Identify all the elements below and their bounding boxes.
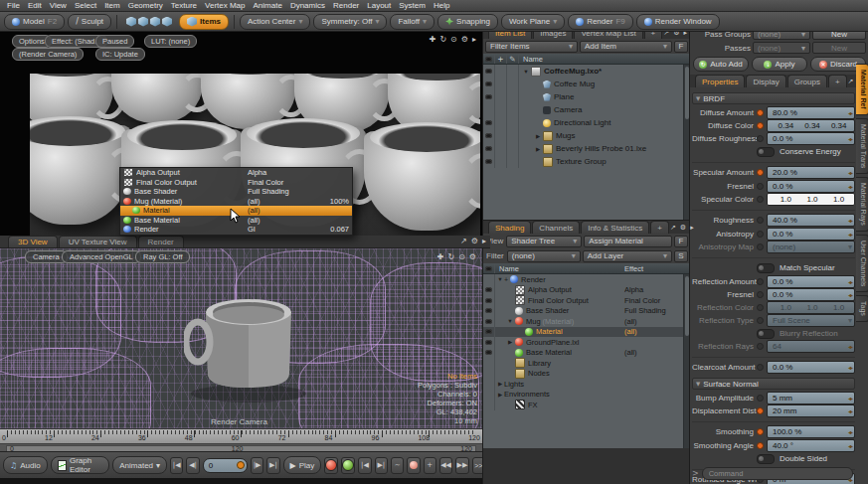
shader-row[interactable]: ▶Lights [483, 379, 690, 390]
visibility-cell[interactable] [483, 65, 495, 78]
section-brdf[interactable]: ▼BRDF [692, 92, 855, 104]
menu-item-geometry[interactable]: Geometry [124, 1, 167, 10]
item-row[interactable]: Directional Light [483, 116, 690, 129]
channel-state-dot[interactable] [757, 122, 764, 129]
item-row[interactable]: ▶Mugs [483, 129, 690, 142]
dropdown-field[interactable]: (none) [767, 241, 855, 253]
symmetry-dropdown[interactable]: Symmetry: Off ▾ [313, 14, 387, 30]
tab-tab[interactable]: + [828, 75, 847, 87]
spinner-arrows-icon[interactable]: ◂▸ [848, 343, 852, 350]
menu-item-vertex-map[interactable]: Vertex Map [201, 1, 249, 10]
visibility-cell[interactable] [483, 337, 495, 348]
eye-icon[interactable] [485, 308, 492, 313]
channel-state-dot[interactable] [757, 291, 764, 298]
spinner-arrows-icon[interactable]: ◂▸ [848, 109, 852, 116]
slider-field[interactable]: 0.0 %◂▸ [767, 132, 855, 145]
eye-icon[interactable] [485, 350, 492, 355]
previous-key-button[interactable]: |◀ [358, 457, 371, 474]
visibility-cell[interactable] [483, 78, 495, 90]
command-input[interactable] [702, 467, 853, 480]
eye-icon[interactable] [485, 69, 492, 74]
shader-view-dropdown[interactable]: Shader Tree [506, 236, 582, 247]
visibility-cell[interactable] [483, 379, 495, 390]
item-row[interactable]: ▼CoffeeMug.lxo* [483, 65, 690, 78]
spinner-arrows-icon[interactable]: ◂▸ [848, 169, 852, 176]
side-tab-material-ref[interactable]: Material Ref [856, 64, 868, 115]
shader-filter-dropdown[interactable]: (none) [507, 250, 581, 262]
channel-state-dot[interactable] [757, 364, 764, 371]
tab-render[interactable]: Render [138, 236, 184, 247]
shader-row[interactable]: Final Color OutputFinal Color [483, 295, 690, 306]
shader-row[interactable]: ▶GroundPlane.lxl [483, 337, 690, 348]
record-button[interactable] [407, 457, 420, 474]
channel-state-dot[interactable] [757, 183, 764, 190]
eye-icon[interactable] [485, 298, 492, 303]
slider-field[interactable]: 0.0 %◂▸ [767, 361, 855, 374]
eye-icon[interactable] [485, 133, 492, 138]
shader-row[interactable]: Library [483, 358, 690, 369]
slider-field[interactable]: 0.0 %◂▸ [767, 180, 855, 193]
menu-item-edit[interactable]: Edit [24, 1, 46, 10]
auto-key-animated-button[interactable] [341, 457, 355, 474]
tree-plus[interactable]: + [504, 276, 508, 283]
slider-field[interactable]: 5 mm◂▸ [767, 392, 855, 404]
preview-paused-button[interactable]: Paused [95, 35, 134, 48]
channel-state-dot[interactable] [757, 109, 764, 116]
pan-icon[interactable]: ✚ [430, 35, 436, 44]
tab-groups[interactable]: Groups [787, 75, 827, 87]
next-key-button[interactable]: ▶| [375, 457, 388, 474]
tree-right-arrow[interactable]: ▶ [496, 381, 504, 387]
tree-right-arrow[interactable]: ▶ [496, 392, 504, 398]
item-row[interactable]: Coffee Mug [483, 78, 690, 90]
eye-icon[interactable] [485, 120, 492, 125]
tree-right-arrow[interactable]: ▶ [534, 133, 542, 139]
step-back-button[interactable]: ◀◀ [439, 457, 452, 474]
expand-icon[interactable]: ↗ [848, 78, 854, 85]
channel-state-dot[interactable] [757, 231, 764, 238]
channel-state-dot[interactable] [757, 278, 764, 285]
visibility-cell[interactable] [483, 103, 495, 116]
checkbox-blurry-reflection[interactable] [757, 329, 775, 339]
visibility-cell[interactable] [483, 316, 495, 327]
preview-ic-update-button[interactable]: IC: Update [95, 48, 145, 61]
menu-item-animate[interactable]: Animate [250, 1, 286, 10]
visibility-cell[interactable] [483, 369, 495, 380]
slider-field[interactable]: 64◂▸ [767, 340, 855, 353]
gear-icon[interactable]: ⚙ [461, 35, 468, 44]
slider-field[interactable]: 0.0 %◂▸ [767, 275, 855, 288]
shader-row[interactable]: Material(all) [483, 327, 690, 338]
spinner-arrows-icon[interactable]: ◂▸ [848, 278, 852, 285]
gear-icon[interactable]: ⚙ [471, 237, 478, 245]
tab-shading[interactable]: Shading [488, 221, 531, 234]
gear-icon[interactable]: ⚙ [680, 224, 686, 232]
animated-dropdown[interactable]: Animated ▾ [112, 456, 167, 474]
auto-add-button[interactable]: ↻ Auto Add [693, 57, 749, 72]
shader-popup-row[interactable]: Mug (Material)(all)100% [120, 197, 352, 207]
polygons-mode-icon[interactable] [150, 17, 160, 27]
visibility-cell[interactable] [483, 142, 495, 155]
tab-tab[interactable]: + [650, 221, 669, 234]
tab-3d-view[interactable]: 3D View [8, 236, 58, 247]
visibility-cell[interactable] [483, 327, 495, 338]
menu-item-dynamics[interactable]: Dynamics [286, 1, 329, 10]
channel-state-dot[interactable] [757, 407, 764, 414]
channel-state-dot[interactable] [757, 442, 764, 449]
channel-state-dot[interactable] [757, 343, 764, 350]
falloff-dropdown[interactable]: Falloff ▾ [390, 14, 434, 30]
menu-item-texture[interactable]: Texture [167, 1, 201, 10]
channel-state-dot[interactable] [757, 196, 764, 203]
render-button[interactable]: Render F9 [568, 14, 633, 30]
work-plane-dropdown[interactable]: Work Plane ▾ [501, 14, 565, 30]
spinner-arrows-icon[interactable]: ◂▸ [848, 407, 852, 414]
shader-row[interactable]: ▼+Render [483, 274, 690, 285]
item-row[interactable]: ▶Beverly Hills Probe 01.lxe [483, 142, 690, 155]
visibility-cell[interactable] [483, 155, 495, 168]
add-key-button[interactable]: + [424, 457, 436, 474]
item-row[interactable]: Texture Group [483, 155, 690, 168]
assign-material-button[interactable]: Assign Material [584, 236, 672, 247]
pan-icon[interactable]: ✚ [437, 252, 444, 261]
visibility-cell[interactable] [483, 358, 495, 369]
spinner-arrows-icon[interactable]: ◂▸ [848, 217, 852, 224]
3d-viewport[interactable]: Camera Advanced OpenGL Ray GL: Off ✚ ↻ ⊙… [0, 248, 482, 428]
side-tab-tags[interactable]: Tags [856, 295, 868, 322]
